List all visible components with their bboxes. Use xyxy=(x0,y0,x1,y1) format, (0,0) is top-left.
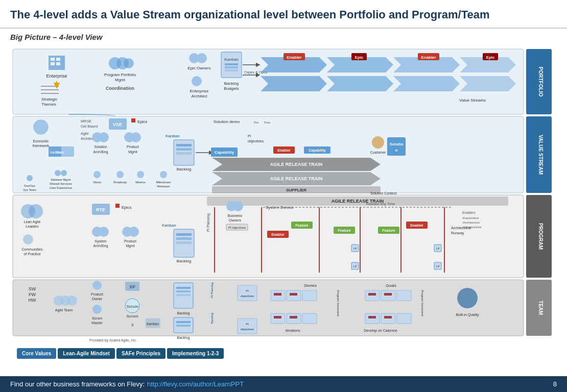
svg-text:Strategic: Strategic xyxy=(41,97,58,102)
svg-text:User Experience: User Experience xyxy=(50,186,73,189)
svg-point-203 xyxy=(92,281,102,290)
svg-text:Enterprise: Enterprise xyxy=(46,74,67,79)
svg-point-262 xyxy=(457,288,478,308)
svg-text:Themes: Themes xyxy=(41,102,56,107)
svg-text:Capability: Capability xyxy=(215,150,234,155)
svg-rect-243 xyxy=(274,293,281,296)
svg-rect-40 xyxy=(225,69,238,71)
svg-text:Owners: Owners xyxy=(229,218,242,222)
svg-text:I P: I P xyxy=(353,265,357,268)
svg-text:VSE: VSE xyxy=(113,122,122,127)
svg-point-139 xyxy=(23,234,33,244)
svg-text:3: 3 xyxy=(131,323,134,327)
svg-text:Enabler: Enabler xyxy=(277,149,291,152)
svg-text:Releases: Releases xyxy=(157,185,170,188)
svg-point-26 xyxy=(124,58,134,68)
svg-text:Backlog: Backlog xyxy=(210,312,214,323)
svg-text:PI Planning: PI Planning xyxy=(210,282,214,298)
header: The 4-level adds a Value Stream organiza… xyxy=(0,0,567,29)
page-number: 8 xyxy=(553,380,557,388)
svg-marker-50 xyxy=(261,76,327,91)
svg-text:XP: XP xyxy=(129,284,135,289)
svg-text:Goals: Goals xyxy=(386,283,396,288)
svg-text:•Infrastructure: •Infrastructure xyxy=(462,226,482,229)
svg-text:framework: framework xyxy=(33,144,50,148)
svg-text:Shared Services: Shared Services xyxy=(50,182,72,185)
safe-principles-box[interactable]: SAFe Principles xyxy=(116,348,166,359)
svg-text:Solution demo: Solution demo xyxy=(214,119,240,124)
svg-point-63 xyxy=(34,120,48,134)
svg-text:Mgmt: Mgmt xyxy=(128,150,137,154)
svg-rect-254 xyxy=(397,313,411,324)
svg-text:Program Increment: Program Increment xyxy=(337,290,340,316)
svg-text:Iterations: Iterations xyxy=(286,329,300,332)
svg-text:Sys Team: Sys Team xyxy=(23,188,36,191)
svg-text:objectives: objectives xyxy=(241,328,254,331)
svg-point-32 xyxy=(192,76,202,86)
svg-point-206 xyxy=(92,305,102,314)
svg-text:•Exploration: •Exploration xyxy=(462,216,479,219)
lean-agile-mindset-box[interactable]: Lean-Agile Mindset xyxy=(58,348,115,359)
svg-rect-157 xyxy=(176,237,192,240)
svg-text:Provided by Scaled Agile, Inc.: Provided by Scaled Agile, Inc. xyxy=(89,338,137,342)
svg-point-130 xyxy=(160,171,167,178)
svg-text:Business: Business xyxy=(228,214,243,217)
svg-text:I P: I P xyxy=(436,247,440,250)
svg-text:objectives: objectives xyxy=(248,139,264,143)
svg-text:Scrum: Scrum xyxy=(126,314,138,318)
svg-rect-230 xyxy=(238,285,257,301)
diagram-area: PORTFOLIO VALUE STREAM PROGRAM TEAM Ente… xyxy=(0,45,567,376)
svg-text:Runway: Runway xyxy=(451,231,464,235)
svg-text:SW: SW xyxy=(29,286,36,291)
svg-point-119 xyxy=(55,170,61,176)
svg-rect-90 xyxy=(176,152,192,155)
svg-rect-38 xyxy=(225,63,238,65)
svg-text:MRGE: MRGE xyxy=(81,119,91,123)
svg-text:SUPPLIER: SUPPLIER xyxy=(286,188,306,192)
svg-text:Epic: Epic xyxy=(355,55,364,60)
svg-text:Feature: Feature xyxy=(338,229,350,232)
svg-point-128 xyxy=(137,171,144,178)
svg-text:Arch/Eng: Arch/Eng xyxy=(93,150,108,154)
svg-text:Enabler: Enabler xyxy=(287,55,301,60)
svg-rect-224 xyxy=(176,294,191,296)
svg-text:Arch/Eng: Arch/Eng xyxy=(93,244,108,248)
footer-link[interactable]: http://flevy.com/author/LearnPPT xyxy=(147,380,244,388)
svg-point-104 xyxy=(372,136,384,149)
svg-text:DevOps: DevOps xyxy=(24,184,35,187)
svg-text:FW: FW xyxy=(29,292,36,297)
svg-text:PI Planning: PI Planning xyxy=(206,213,210,232)
svg-text:Capability: Capability xyxy=(309,149,326,153)
svg-point-136 xyxy=(29,204,43,218)
implementing-box[interactable]: Implementing 1-2-3 xyxy=(167,348,224,359)
svg-text:Enablers: Enablers xyxy=(462,211,476,214)
svg-text:objectives: objectives xyxy=(241,295,254,298)
svg-text:Pre: Pre xyxy=(254,121,259,124)
svg-text:I P: I P xyxy=(436,265,440,268)
svg-text:Customer: Customer xyxy=(370,151,386,154)
svg-text:Economic: Economic xyxy=(33,139,49,143)
svg-point-147 xyxy=(99,227,109,237)
svg-text:Scrum: Scrum xyxy=(92,316,102,320)
svg-text:Kanban: Kanban xyxy=(166,134,180,138)
svg-text:Mgmt: Mgmt xyxy=(115,78,126,82)
svg-rect-233 xyxy=(238,318,257,334)
svg-text:Epics: Epics xyxy=(122,205,132,210)
footer-text: Find our other business frameworks on Fl… xyxy=(10,380,145,388)
svg-text:Milestones: Milestones xyxy=(156,181,171,184)
svg-rect-76 xyxy=(131,118,135,122)
svg-text:Fixed: Fixed xyxy=(56,151,64,154)
svg-text:Owner: Owner xyxy=(92,297,103,301)
svg-text:Kanban: Kanban xyxy=(162,223,176,228)
svg-marker-51 xyxy=(327,76,393,91)
svg-point-126 xyxy=(116,171,124,178)
svg-text:Epic: Epic xyxy=(486,55,495,60)
svg-text:Backlog: Backlog xyxy=(177,167,191,172)
svg-rect-39 xyxy=(225,66,238,68)
svg-text:Solution: Solution xyxy=(94,145,107,149)
svg-rect-89 xyxy=(176,148,192,151)
svg-text:TEAM: TEAM xyxy=(538,300,544,314)
svg-text:PI: PI xyxy=(246,323,249,326)
svg-text:Agile: Agile xyxy=(81,132,89,136)
core-values-box[interactable]: Core Values xyxy=(17,348,56,359)
